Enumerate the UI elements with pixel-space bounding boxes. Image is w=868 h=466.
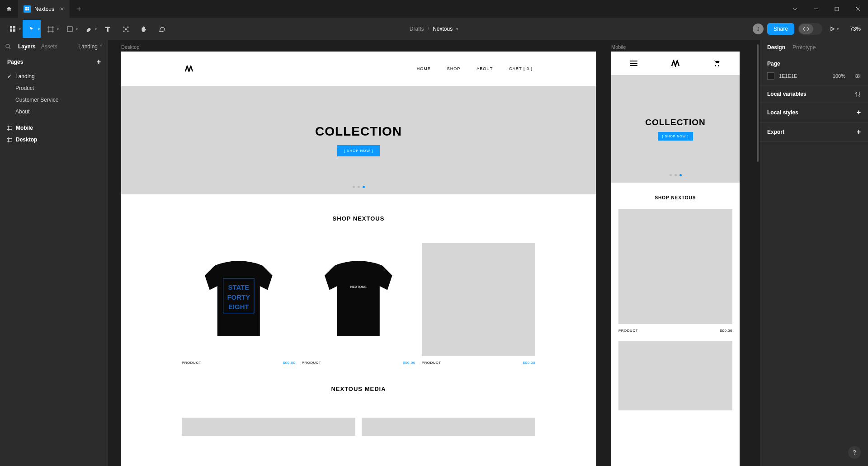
chevron-down-icon[interactable]: ▾ <box>38 27 40 31</box>
page-color-opacity[interactable]: 100% <box>833 73 845 79</box>
check-icon: ✓ <box>7 73 12 80</box>
canvas[interactable]: Desktop HOME SHOP ABOUT CART [ 0 ] COLLE… <box>108 40 760 466</box>
svg-point-44 <box>859 94 860 96</box>
file-tab[interactable]: Nextous ✕ <box>18 0 70 18</box>
code-icon <box>799 24 813 34</box>
svg-rect-16 <box>67 27 72 32</box>
tab-close-icon[interactable]: ✕ <box>60 6 64 12</box>
add-style-button[interactable]: + <box>857 108 861 117</box>
settings-icon[interactable] <box>855 91 861 97</box>
user-avatar[interactable]: J <box>753 24 764 34</box>
product-price: $00.00 <box>523 361 535 365</box>
svg-rect-10 <box>10 29 12 32</box>
media-placeholder <box>362 418 535 436</box>
text-tool-button[interactable] <box>99 20 117 38</box>
media-placeholder <box>182 418 355 436</box>
present-button[interactable]: ▾ <box>826 26 843 32</box>
frame-label: Desktop <box>16 137 37 143</box>
dev-mode-toggle[interactable] <box>798 23 822 35</box>
page-item-customer-service[interactable]: Customer Service <box>4 94 104 106</box>
product-card: NEXTOUS PRODUCT$00.00 <box>302 243 415 365</box>
carousel-dots <box>353 186 365 188</box>
svg-text:FORTY: FORTY <box>227 293 250 301</box>
svg-rect-11 <box>13 29 15 32</box>
product-price: $00.00 <box>720 329 732 333</box>
assets-tab[interactable]: Assets <box>41 43 57 50</box>
frame-item-desktop[interactable]: Desktop <box>4 134 104 146</box>
page-item-product[interactable]: Product <box>4 82 104 94</box>
artboard-mobile[interactable]: COLLECTION [ SHOP NOW ] SHOP NEXTOUS PRO… <box>611 52 740 466</box>
svg-rect-2 <box>25 9 27 11</box>
add-export-button[interactable]: + <box>857 128 861 136</box>
svg-point-17 <box>123 26 124 28</box>
add-tab-button[interactable]: + <box>70 0 88 18</box>
product-name: PRODUCT <box>422 361 441 365</box>
svg-point-40 <box>857 75 859 77</box>
chevron-down-icon[interactable]: ▾ <box>19 27 21 31</box>
artboard-label-desktop[interactable]: Desktop <box>121 44 139 50</box>
product-price: $00.00 <box>283 361 295 365</box>
svg-text:EIGHT: EIGHT <box>228 303 249 311</box>
svg-text:STATE: STATE <box>228 283 249 291</box>
hero-shop-button: [ SHOP NOW ] <box>337 145 379 156</box>
export-label: Export <box>767 129 784 135</box>
svg-rect-9 <box>13 26 15 28</box>
share-button[interactable]: Share <box>767 23 794 35</box>
window-maximize-button[interactable] <box>826 0 847 18</box>
svg-point-20 <box>127 30 128 32</box>
help-button[interactable]: ? <box>848 446 861 459</box>
page-item-landing[interactable]: ✓Landing <box>4 71 104 82</box>
svg-rect-8 <box>10 26 12 28</box>
page-color-hex[interactable]: 1E1E1E <box>779 73 797 79</box>
page-item-about[interactable]: About <box>4 106 104 118</box>
window-close-button[interactable] <box>847 0 868 18</box>
svg-point-22 <box>6 44 9 48</box>
visibility-toggle-icon[interactable] <box>854 74 861 78</box>
breadcrumb-file[interactable]: Nextous <box>433 26 453 32</box>
product-price: $00.00 <box>403 361 415 365</box>
chevron-down-icon[interactable]: ▾ <box>57 27 59 31</box>
shop-section-title: SHOP NEXTOUS <box>121 194 596 243</box>
frame-item-mobile[interactable]: Mobile <box>4 122 104 134</box>
product-placeholder <box>618 209 732 324</box>
chevron-down-icon[interactable]: ▾ <box>76 27 78 31</box>
breadcrumb-folder[interactable]: Drafts <box>410 26 424 32</box>
window-minimize-button[interactable] <box>806 0 826 18</box>
add-page-button[interactable]: + <box>97 58 101 66</box>
resources-tool-button[interactable] <box>117 20 135 38</box>
page-selector-label: Landing <box>78 43 98 50</box>
hero-title: COLLECTION <box>315 124 402 139</box>
comment-tool-button[interactable] <box>153 20 171 38</box>
local-variables-label: Local variables <box>767 91 807 97</box>
page-selector[interactable]: Landing ⌃ <box>78 43 103 50</box>
figma-file-icon <box>24 5 31 13</box>
page-label: About <box>15 108 29 115</box>
home-button[interactable] <box>0 0 18 18</box>
window-chevron-button[interactable] <box>785 0 806 18</box>
artboard-desktop[interactable]: HOME SHOP ABOUT CART [ 0 ] COLLECTION [ … <box>121 52 596 466</box>
canvas-scrollbar[interactable] <box>757 44 759 162</box>
product-name: PRODUCT <box>618 329 638 333</box>
svg-point-43 <box>856 92 857 94</box>
page-color-swatch[interactable] <box>767 72 774 80</box>
chevron-down-icon[interactable]: ▾ <box>95 27 97 31</box>
svg-line-23 <box>9 47 10 49</box>
pages-header-label: Pages <box>7 59 23 65</box>
zoom-level[interactable]: 73% <box>846 26 864 32</box>
tab-title: Nextous <box>34 6 54 12</box>
svg-point-18 <box>127 26 128 28</box>
hand-tool-button[interactable] <box>135 20 153 38</box>
chevron-down-icon[interactable]: ▾ <box>456 27 458 31</box>
prototype-tab[interactable]: Prototype <box>793 44 816 51</box>
svg-text:NEXTOUS: NEXTOUS <box>350 285 367 289</box>
design-tab[interactable]: Design <box>767 44 785 51</box>
product-card: STATEFORTYEIGHT PRODUCT$00.00 <box>182 243 295 365</box>
svg-point-19 <box>123 30 124 32</box>
site-logo <box>671 60 680 67</box>
hero-shop-button: [ SHOP NOW ] <box>658 132 693 141</box>
nav-about: ABOUT <box>476 66 493 71</box>
search-icon[interactable] <box>5 44 11 49</box>
chevron-down-icon: ▾ <box>837 27 839 31</box>
artboard-label-mobile[interactable]: Mobile <box>611 44 626 50</box>
layers-tab[interactable]: Layers <box>18 43 36 50</box>
